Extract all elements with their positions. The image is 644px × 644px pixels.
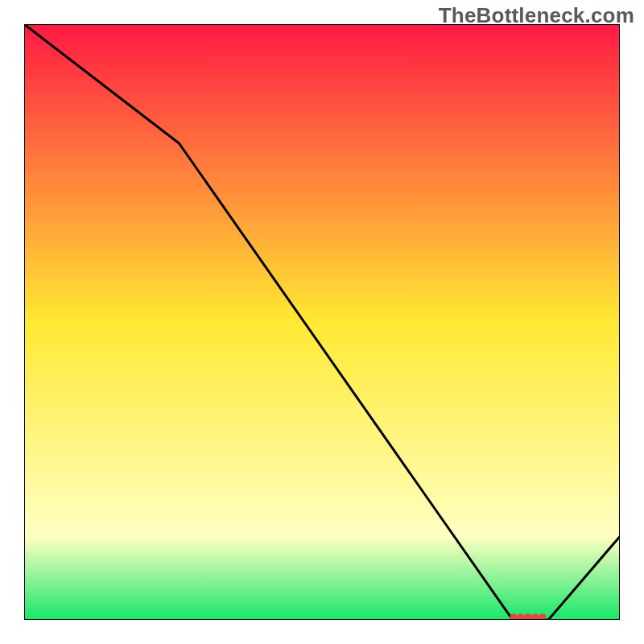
gradient-background — [24, 24, 620, 620]
plot-area — [24, 24, 620, 620]
chart-container: TheBottleneck.com — [0, 0, 644, 644]
bottleneck-chart-svg — [24, 24, 620, 620]
